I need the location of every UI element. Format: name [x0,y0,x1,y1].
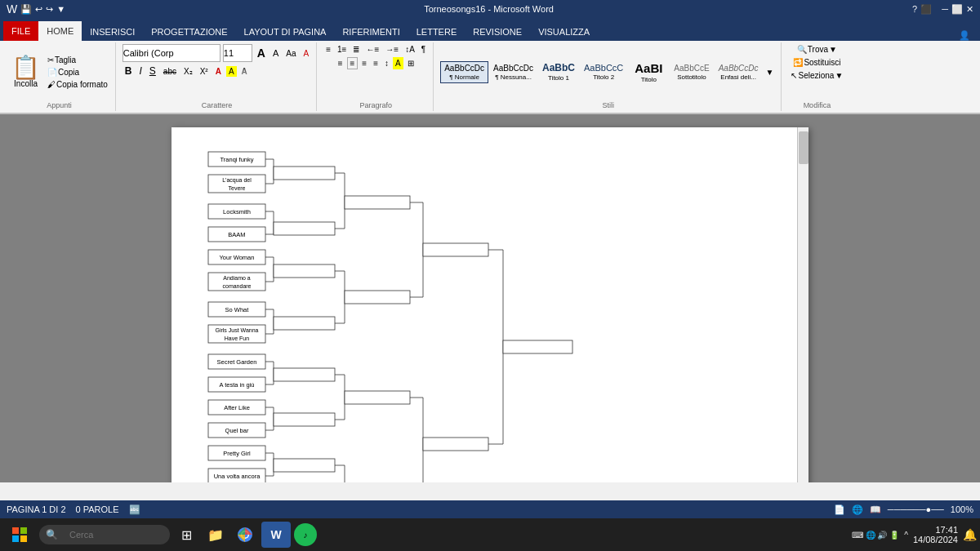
style-title2[interactable]: AaBbCcC Titolo 2 [580,60,627,83]
copy-button[interactable]: 📄 Copia [45,67,110,78]
sort-button[interactable]: ↕A [403,44,417,55]
align-center-button[interactable]: ≡ [347,57,359,69]
subscript-button[interactable]: X₂ [181,66,195,77]
line-spacing-button[interactable]: ↕ [382,57,391,69]
paragraph-group: ≡ 1≡ ≣ ←≡ →≡ ↕A ¶ ≡ ≡ ≡ ≡ ↕ A ⊞ Paragraf… [318,42,434,111]
notification-area[interactable]: ^ [904,531,908,540]
decrease-indent-button[interactable]: ←≡ [363,44,381,55]
word-button[interactable]: W [261,522,291,548]
customize-quick[interactable]: ▼ [56,4,65,14]
task-view-button[interactable]: ⊞ [173,522,199,548]
word-count: 0 PAROLE [76,504,119,514]
redo-button[interactable]: ↪ [46,4,53,15]
language-indicator: 🔤 [129,504,140,515]
borders-button[interactable]: ⊞ [405,57,416,69]
close-button[interactable]: ✕ [966,4,973,15]
svg-rect-65 [274,459,335,472]
tab-riferimenti[interactable]: RIFERIMENTI [334,23,408,41]
svg-text:Andiamo a: Andiamo a [223,275,251,281]
notification-button[interactable]: 🔔 [963,528,977,541]
tab-home[interactable]: HOME [38,21,82,41]
quick-save[interactable]: 💾 [20,4,32,15]
tab-progettazione[interactable]: PROGETTAZIONE [143,23,235,41]
system-tray-icons[interactable]: ⌨ 🌐 🔊 🔋 [852,531,899,540]
svg-rect-62 [274,317,335,330]
svg-rect-98 [20,535,27,542]
underline-button[interactable]: S [147,64,158,78]
ribbon-content: 📋 Incolla ✂ Taglia 📄 Copia 🖌 Copia forma… [0,41,980,114]
file-explorer-button[interactable]: 📁 [203,522,229,548]
superscript-button[interactable]: X² [198,66,211,77]
minimize-button[interactable]: ─ [942,4,948,15]
font-name-input[interactable] [122,44,220,62]
align-right-button[interactable]: ≡ [359,57,369,69]
document-area[interactable]: Tranqi funky L'acqua del Tevere Locksmit… [0,114,980,482]
select-button[interactable]: ↖ Seleziona ▼ [788,70,845,81]
bullets-button[interactable]: ≡ [323,44,333,55]
view-web-button[interactable]: 🌐 [852,504,863,515]
text-effects-button[interactable]: A [239,66,250,77]
zoom-level: 100% [951,504,973,514]
style-title1[interactable]: AaBbC Titolo 1 [538,60,579,83]
taskbar-search-icon: 🔍 [46,529,58,540]
spotify-button[interactable]: ♪ [294,523,317,546]
cut-button[interactable]: ✂ Taglia [45,55,110,65]
justify-button[interactable]: ≡ [371,57,381,69]
start-button[interactable] [3,522,36,548]
style-subtitle[interactable]: AaBbCcE Sottotitolo [670,61,713,83]
tab-revisione[interactable]: REVISIONE [465,23,530,41]
shading-button[interactable]: A [393,57,403,69]
shrink-font-button[interactable]: A [270,47,281,59]
svg-rect-64 [274,413,335,426]
grow-font-button[interactable]: A [255,46,268,60]
tab-inserisci[interactable]: INSERISCI [82,23,143,41]
clipboard-group: 📋 Incolla ✂ Taglia 📄 Copia 🖌 Copia forma… [3,42,116,111]
account-icon[interactable]: 👤 [952,30,977,41]
multilevel-button[interactable]: ≣ [350,44,362,55]
view-print-button[interactable]: 📄 [834,504,845,515]
document-page: Tranqi funky L'acqua del Tevere Locksmit… [172,127,808,482]
undo-button[interactable]: ↩ [35,4,42,15]
format-painter-button[interactable]: 🖌 Copia formato [45,79,110,90]
zoom-slider[interactable]: ──────●── [888,504,944,514]
strikethrough-button[interactable]: abc [161,66,179,77]
chrome-button[interactable] [232,522,258,548]
taskbar-search-input[interactable] [61,527,159,543]
font-color-button[interactable]: A [213,66,224,77]
tab-layout[interactable]: LAYOUT DI PAGINA [236,23,335,41]
style-emphasis[interactable]: AaBbCcDc Enfasi deli... [715,61,763,83]
italic-button[interactable]: I [136,64,144,78]
svg-rect-94 [503,340,572,353]
paste-button[interactable]: 📋 Incolla [8,55,43,90]
restore-button[interactable]: ⬜ [951,4,963,15]
increase-indent-button[interactable]: →≡ [383,44,401,55]
svg-rect-97 [12,535,19,542]
style-normal[interactable]: AaBbCcDc ¶ Normale [440,61,488,83]
clear-format-button[interactable]: A [301,48,312,59]
help-button[interactable]: ? [912,4,917,15]
tab-lettere[interactable]: LETTERE [408,23,466,41]
align-left-button[interactable]: ≡ [336,57,345,69]
tab-visualizza[interactable]: VISUALIZZA [530,23,598,41]
ribbon-display[interactable]: ⬛ [920,4,932,15]
styles-group: AaBbCcDc ¶ Normale AaBbCcDc ¶ Nessuna...… [435,42,782,111]
font-size-input[interactable] [223,44,252,62]
find-button[interactable]: 🔍 Trova ▼ [795,44,840,55]
style-title[interactable]: AaBI Titolo [628,59,669,86]
svg-rect-61 [274,264,335,278]
styles-more-button[interactable]: ▼ [764,67,777,78]
svg-text:A testa in giù: A testa in giù [220,381,255,389]
numbering-button[interactable]: 1≡ [335,44,349,55]
svg-rect-95 [12,527,19,534]
highlight-button[interactable]: A [226,66,237,77]
change-case-button[interactable]: Aa [283,48,298,59]
vertical-scrollbar[interactable] [797,127,808,482]
replace-button[interactable]: 🔁 Sostituisci [791,57,843,68]
svg-rect-96 [20,527,27,534]
style-no-spacing[interactable]: AaBbCcDc ¶ Nessuna... [489,61,537,83]
show-marks-button[interactable]: ¶ [419,44,428,55]
view-read-button[interactable]: 📖 [870,504,881,515]
tab-file[interactable]: FILE [3,21,38,41]
bold-button[interactable]: B [122,64,135,78]
svg-rect-80 [345,291,410,304]
